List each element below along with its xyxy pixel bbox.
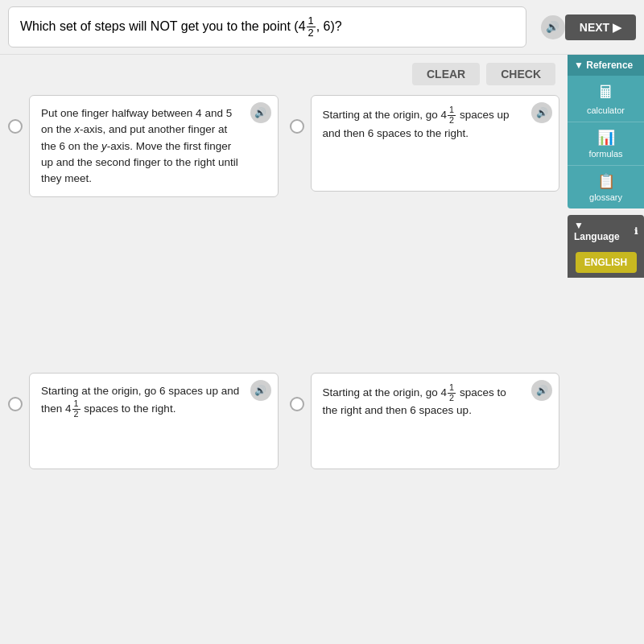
answer-text-a: Put one finger halfway between 4 and 5 o… <box>41 105 266 187</box>
action-row: CLEAR CHECK <box>8 63 559 85</box>
next-button[interactable]: NEXT ▶ <box>565 14 636 40</box>
language-panel: ▼ Language ℹ ENGLISH <box>568 215 644 278</box>
calculator-icon: 🖩 <box>597 82 615 103</box>
answer-card-a[interactable]: 🔊 Put one finger halfway between 4 and 5… <box>29 95 279 197</box>
speaker-c-icon: 🔊 <box>254 385 266 396</box>
top-bar: Which set of steps will NOT get you to t… <box>0 0 644 55</box>
answer-card-d[interactable]: 🔊 Starting at the origin, go 412 spaces … <box>311 373 560 469</box>
speaker-a-icon: 🔊 <box>254 107 266 118</box>
audio-a-button[interactable]: 🔊 <box>250 102 271 123</box>
sidebar: ▼ Reference 🖩 calculator 📊 formulas 📋 gl… <box>568 55 644 644</box>
glossary-icon: 📋 <box>597 172 615 190</box>
answer-text-c: Starting at the origin, go 6 spaces up a… <box>41 383 266 419</box>
answer-card-c[interactable]: 🔊 Starting at the origin, go 6 spaces up… <box>29 373 279 469</box>
check-button[interactable]: CHECK <box>486 63 555 85</box>
radio-c[interactable] <box>8 397 23 411</box>
question-audio-button[interactable]: 🔊 <box>541 15 565 39</box>
radio-b[interactable] <box>290 119 304 134</box>
glossary-item[interactable]: 📋 glossary <box>568 166 644 208</box>
content-area: CLEAR CHECK 🔊 Put one finger halfway bet… <box>0 55 568 644</box>
next-label: NEXT ▶ <box>580 21 621 34</box>
answer-option-b: 🔊 Starting at the origin, go 412 spaces … <box>290 95 560 361</box>
speaker-d-icon: 🔊 <box>536 385 548 396</box>
speaker-icon: 🔊 <box>546 21 559 33</box>
language-label: ▼ Language <box>574 220 631 242</box>
speaker-b-icon: 🔊 <box>536 107 548 118</box>
formulas-item[interactable]: 📊 formulas <box>568 122 644 166</box>
answer-card-b[interactable]: 🔊 Starting at the origin, go 412 spaces … <box>311 95 560 192</box>
reference-label: ▼ Reference <box>574 60 633 71</box>
calculator-label: calculator <box>587 105 625 115</box>
answer-text-b: Starting at the origin, go 412 spaces up… <box>323 105 548 142</box>
main-area: CLEAR CHECK 🔊 Put one finger halfway bet… <box>0 55 644 644</box>
audio-d-button[interactable]: 🔊 <box>531 380 552 401</box>
language-header[interactable]: ▼ Language ℹ <box>568 215 644 247</box>
question-box: Which set of steps will NOT get you to t… <box>8 6 526 47</box>
answer-option-d: 🔊 Starting at the origin, go 412 spaces … <box>290 373 560 639</box>
english-button[interactable]: ENGLISH <box>576 252 637 273</box>
radio-a[interactable] <box>8 119 23 134</box>
clear-button[interactable]: CLEAR <box>412 63 480 85</box>
reference-panel: ▼ Reference 🖩 calculator 📊 formulas 📋 gl… <box>568 55 644 208</box>
glossary-label: glossary <box>589 192 622 202</box>
formulas-label: formulas <box>588 149 622 159</box>
calculator-item[interactable]: 🖩 calculator <box>568 76 644 122</box>
language-info-icon: ℹ <box>634 226 638 237</box>
answer-option-c: 🔊 Starting at the origin, go 6 spaces up… <box>8 373 279 639</box>
question-point: (412, 6)? <box>294 19 341 33</box>
radio-d[interactable] <box>290 397 304 411</box>
reference-header[interactable]: ▼ Reference <box>568 55 644 76</box>
answer-option-a: 🔊 Put one finger halfway between 4 and 5… <box>8 95 279 361</box>
audio-b-button[interactable]: 🔊 <box>531 102 552 123</box>
formulas-icon: 📊 <box>597 129 615 147</box>
answers-grid: 🔊 Put one finger halfway between 4 and 5… <box>8 95 559 638</box>
audio-c-button[interactable]: 🔊 <box>250 380 271 401</box>
answer-text-d: Starting at the origin, go 412 spaces to… <box>323 383 548 419</box>
question-text: Which set of steps will NOT get you to t… <box>20 19 342 33</box>
